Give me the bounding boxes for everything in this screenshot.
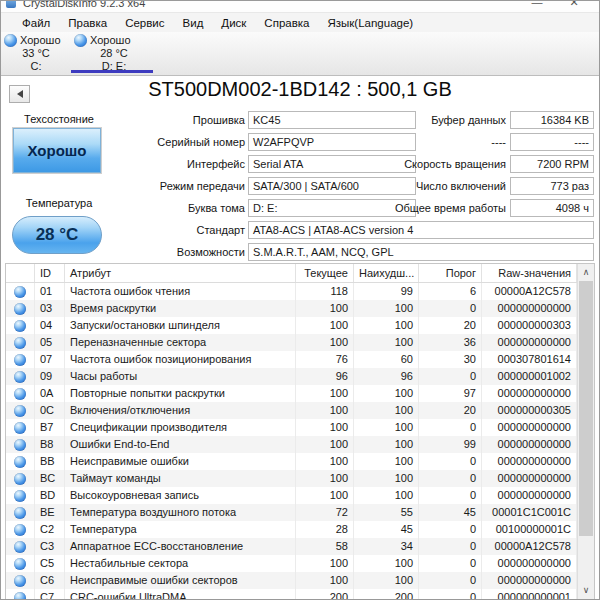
- drive-letter: D: E:: [71, 60, 157, 73]
- menu-language[interactable]: Язык(Language): [318, 17, 422, 29]
- cell-raw: 000000000000: [482, 453, 577, 470]
- status-dot-icon: [6, 521, 35, 538]
- cell-worst: 100: [354, 453, 419, 470]
- header-worst[interactable]: Наихудш...: [354, 264, 419, 282]
- close-button[interactable]: ✕: [557, 1, 591, 9]
- field-label: Скорость вращения: [331, 155, 506, 173]
- header-threshold[interactable]: Порог: [419, 264, 482, 282]
- status-dot-icon: [6, 504, 35, 521]
- drive-tab-de[interactable]: Хорошо 28 °C D: E:: [71, 32, 157, 75]
- cell-id: 03: [35, 300, 65, 317]
- cell-attribute: Таймаут команды: [65, 470, 296, 487]
- header-raw[interactable]: Raw-значения: [482, 264, 577, 282]
- header-current[interactable]: Текущее: [296, 264, 354, 282]
- status-dot-icon: [6, 402, 35, 419]
- field-label: Общее время работы: [331, 199, 506, 217]
- table-row[interactable]: C5Нестабильные сектора100100000000000000…: [6, 555, 577, 572]
- disk-model-title: ST500DM002-1BD142 : 500,1 GB: [41, 78, 559, 101]
- header-attribute[interactable]: Атрибут: [65, 264, 296, 282]
- table-row[interactable]: 07Частота ошибок позиционирования7660300…: [6, 351, 577, 368]
- cell-attribute: Ошибки End-to-End: [65, 436, 296, 453]
- cell-attribute: Часы работы: [65, 368, 296, 385]
- field-label: Буква тома: [111, 199, 245, 217]
- table-row[interactable]: B8Ошибки End-to-End10010099000000000000: [6, 436, 577, 453]
- back-button[interactable]: [9, 85, 30, 103]
- cell-attribute: CRC-ошибки UltraDMA: [65, 589, 296, 599]
- field-label: Серийный номер: [111, 133, 245, 151]
- menu-disk[interactable]: Диск: [212, 17, 255, 29]
- drive-tab-c[interactable]: Хорошо 33 °C C:: [1, 32, 71, 75]
- menu-function[interactable]: Сервис: [116, 17, 173, 29]
- table-row[interactable]: C3Аппаратное ECC-восстановление583400000…: [6, 538, 577, 555]
- cell-worst: 45: [354, 521, 419, 538]
- status-dot-icon: [6, 555, 35, 572]
- table-row[interactable]: 05Переназначенные сектора100100360000000…: [6, 334, 577, 351]
- status-dot-icon: [14, 541, 26, 553]
- cell-current: 100: [296, 402, 354, 419]
- cell-raw: 000000000305: [482, 402, 577, 419]
- menu-view[interactable]: Вид: [174, 17, 213, 29]
- table-row[interactable]: 03Время раскрутки1001000000000000000: [6, 300, 577, 317]
- cell-worst: 100: [354, 334, 419, 351]
- cell-attribute: Включения/отключения: [65, 402, 296, 419]
- power-on-count-field: 773 раз: [510, 177, 594, 195]
- cell-current: 100: [296, 453, 354, 470]
- table-row[interactable]: C6Неисправимые ошибки секторов1001000000…: [6, 572, 577, 589]
- cell-raw: 000000001002: [482, 368, 577, 385]
- table-row[interactable]: C2Температура2845000100000001C: [6, 521, 577, 538]
- table-row[interactable]: B7Спецификации производителя100100000000…: [6, 419, 577, 436]
- cell-current: 28: [296, 521, 354, 538]
- cell-current: 58: [296, 538, 354, 555]
- cell-attribute: Время раскрутки: [65, 300, 296, 317]
- cell-current: 118: [296, 283, 354, 300]
- status-dot-icon: [6, 300, 35, 317]
- minimize-button[interactable]: —: [520, 1, 554, 8]
- scroll-down-button[interactable]: ∨: [578, 582, 594, 599]
- table-row[interactable]: BEТемпература воздушного потока725545000…: [6, 504, 577, 521]
- cell-current: 200: [296, 589, 354, 599]
- cell-threshold: 99: [419, 436, 482, 453]
- field-label: Возможности: [111, 243, 245, 261]
- table-row[interactable]: 01Частота ошибок чтения11899600000A12C57…: [6, 283, 577, 300]
- cell-id: BB: [35, 453, 65, 470]
- field-label: Стандарт: [111, 221, 245, 239]
- cell-worst: 100: [354, 436, 419, 453]
- cell-id: BD: [35, 487, 65, 504]
- cell-attribute: Высокоуровневая запись: [65, 487, 296, 504]
- cell-threshold: 0: [419, 470, 482, 487]
- health-label: Техсостояние: [9, 113, 109, 125]
- scrollbar-thumb[interactable]: [579, 281, 593, 536]
- table-row[interactable]: C7CRC-ошибки UltraDMA2002000000000000001: [6, 589, 577, 599]
- status-dot-icon: [6, 487, 35, 504]
- table-row[interactable]: 0CВключения/отключения100100200000000003…: [6, 402, 577, 419]
- cell-current: 100: [296, 555, 354, 572]
- table-row[interactable]: BDВысокоуровневая запись1001000000000000…: [6, 487, 577, 504]
- scroll-up-button[interactable]: ∧: [578, 264, 594, 281]
- table-row[interactable]: 04Запуски/остановки шпинделя100100200000…: [6, 317, 577, 334]
- status-dot-icon: [14, 592, 26, 600]
- table-row[interactable]: BCТаймаут команды1001000000000000000: [6, 470, 577, 487]
- cell-worst: 100: [354, 419, 419, 436]
- cell-id: B7: [35, 419, 65, 436]
- table-row[interactable]: 0AПовторные попытки раскрутки10010097000…: [6, 385, 577, 402]
- menu-edit[interactable]: Правка: [59, 17, 116, 29]
- cell-threshold: 0: [419, 300, 482, 317]
- cell-current: 100: [296, 300, 354, 317]
- cell-id: BE: [35, 504, 65, 521]
- menu-file[interactable]: Файл: [13, 17, 59, 29]
- health-status-button[interactable]: Хорошо: [13, 128, 101, 173]
- cell-raw: 000000000000: [482, 334, 577, 351]
- cell-worst: 96: [354, 368, 419, 385]
- cell-current: 100: [296, 487, 354, 504]
- table-row[interactable]: BBНеисправимые ошибки1001000000000000000: [6, 453, 577, 470]
- header-id[interactable]: ID: [35, 264, 65, 282]
- table-row[interactable]: 09Часы работы96960000000001002: [6, 368, 577, 385]
- cell-raw: 000000000000: [482, 555, 577, 572]
- cell-worst: 99: [354, 283, 419, 300]
- cell-attribute: Аппаратное ECC-восстановление: [65, 538, 296, 555]
- menu-help[interactable]: Справка: [255, 17, 318, 29]
- rotation-rate-field: 7200 RPM: [510, 155, 594, 173]
- table-scrollbar[interactable]: ∧ ∨: [577, 264, 594, 599]
- status-dot-icon: [14, 524, 26, 536]
- cell-raw: 000000000000: [482, 470, 577, 487]
